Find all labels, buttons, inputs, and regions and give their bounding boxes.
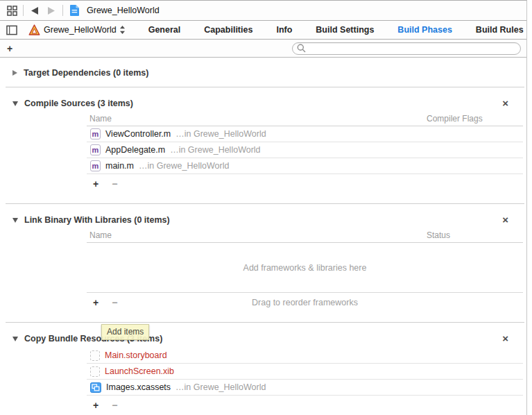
xcassets-icon <box>90 382 101 393</box>
search-icon <box>297 44 306 53</box>
section-link-binary[interactable]: Link Binary With Libraries (0 items) × <box>0 214 526 225</box>
link-binary-table: Name Status Add frameworks & libraries h… <box>87 229 523 313</box>
tab-general[interactable]: General <box>148 25 181 35</box>
jump-bar: Grewe_HelloWorld <box>0 1 526 21</box>
section-divider <box>6 203 524 204</box>
remove-phase-icon[interactable]: × <box>502 214 508 225</box>
table-row[interactable]: m ViewController.m …in Grewe_HelloWorld <box>87 126 523 142</box>
tab-capabilities[interactable]: Capabilities <box>204 25 252 35</box>
editor-tabs: General Capabilities Info Build Settings… <box>148 25 524 35</box>
editor-tab-bar: Grewe_HelloWorld General Capabilities In… <box>0 21 526 40</box>
remove-item-button[interactable]: − <box>112 400 117 410</box>
section-title: Compile Sources (3 items) <box>24 99 133 108</box>
back-button[interactable] <box>29 5 40 16</box>
file-name: LaunchScreen.xib <box>105 366 174 376</box>
jump-bar-title[interactable]: Grewe_HelloWorld <box>87 6 160 15</box>
forward-button[interactable] <box>46 5 57 16</box>
disclosure-expanded-icon[interactable] <box>12 218 18 223</box>
target-popup[interactable]: Grewe_HelloWorld <box>28 24 125 35</box>
table-header: Name Status <box>87 229 523 243</box>
add-items-tooltip: Add items <box>101 324 149 340</box>
section-divider <box>6 322 524 323</box>
table-controls: + − Drag to reorder frameworks <box>87 293 523 313</box>
empty-placeholder-text: Add frameworks & libraries here <box>243 263 367 273</box>
section-divider <box>6 87 524 87</box>
table-row[interactable]: m AppDelegate.m …in Grewe_HelloWorld <box>87 142 523 158</box>
table-header: Name Compiler Flags <box>87 112 523 126</box>
section-title: Link Binary With Libraries (0 items) <box>24 215 170 225</box>
file-name: Main.storyboard <box>105 350 167 360</box>
objc-file-icon: m <box>90 144 101 155</box>
add-item-button[interactable]: + <box>93 400 98 410</box>
search-field[interactable] <box>292 42 521 55</box>
remove-item-button[interactable]: − <box>112 298 117 307</box>
add-build-phase-button[interactable]: + <box>7 44 12 53</box>
targets-sidebar-toggle-icon[interactable] <box>6 24 17 35</box>
table-row[interactable]: Main.storyboard <box>87 348 523 364</box>
tab-build-rules[interactable]: Build Rules <box>476 25 524 35</box>
table-controls: + − <box>87 174 523 194</box>
column-status: Status <box>427 230 450 240</box>
missing-file-icon <box>90 350 100 361</box>
table-row[interactable]: Images.xcassets …in Grewe_HelloWorld <box>87 380 523 396</box>
table-controls: + − <box>87 396 523 415</box>
file-name: Images.xcassets <box>106 382 171 392</box>
objc-file-icon: m <box>90 128 101 139</box>
frameworks-drop-area[interactable]: Add frameworks & libraries here <box>87 243 523 293</box>
objc-file-icon: m <box>90 160 101 171</box>
tab-info[interactable]: Info <box>276 25 292 35</box>
section-target-dependencies[interactable]: Target Dependencies (0 items) <box>0 68 526 78</box>
remove-phase-icon[interactable]: × <box>502 98 508 108</box>
file-name: AppDelegate.m <box>105 145 165 155</box>
reorder-hint-text: Drag to reorder frameworks <box>87 298 523 307</box>
file-name: ViewController.m <box>105 129 171 139</box>
remove-item-button[interactable]: − <box>112 179 117 189</box>
column-name: Name <box>89 230 112 240</box>
xcode-build-phases-editor: Grewe_HelloWorld Grewe_HelloWorld Genera… <box>0 0 527 415</box>
column-compiler-flags: Compiler Flags <box>427 114 483 124</box>
svg-text:m: m <box>92 146 99 154</box>
file-location: …in Grewe_HelloWorld <box>139 161 229 171</box>
section-title: Target Dependencies (0 items) <box>24 68 148 78</box>
divider <box>62 5 63 16</box>
disclosure-expanded-icon[interactable] <box>12 101 18 106</box>
copy-bundle-table: Main.storyboard LaunchScreen.xib Images.… <box>87 348 523 415</box>
table-row[interactable]: LaunchScreen.xib <box>87 364 523 380</box>
section-copy-bundle-resources[interactable]: Copy Bundle Resources (3 items) × Add it… <box>0 333 526 344</box>
file-location: …in Grewe_HelloWorld <box>170 145 260 155</box>
remove-phase-icon[interactable]: × <box>502 333 508 344</box>
disclosure-collapsed-icon[interactable] <box>12 70 17 76</box>
file-name: main.m <box>105 161 134 171</box>
add-item-button[interactable]: + <box>93 179 98 189</box>
table-row[interactable]: m main.m …in Grewe_HelloWorld <box>87 158 523 174</box>
missing-file-icon <box>90 366 100 377</box>
tab-build-phases[interactable]: Build Phases <box>397 25 452 35</box>
file-location: …in Grewe_HelloWorld <box>175 129 266 139</box>
tab-build-settings[interactable]: Build Settings <box>316 25 374 35</box>
add-item-button[interactable]: + <box>93 298 98 307</box>
filter-bar: + <box>0 40 526 58</box>
svg-text:m: m <box>92 162 99 170</box>
divider <box>23 5 24 16</box>
project-file-icon <box>69 5 80 16</box>
svg-text:m: m <box>92 130 99 138</box>
app-target-icon <box>28 24 40 35</box>
build-phases-content: Target Dependencies (0 items) Compile So… <box>0 68 526 415</box>
target-name: Grewe_HelloWorld <box>44 25 117 35</box>
related-items-icon[interactable] <box>6 5 17 16</box>
column-name: Name <box>89 114 112 124</box>
search-input[interactable] <box>309 44 520 53</box>
popup-chevrons-icon <box>120 26 125 34</box>
compile-sources-table: Name Compiler Flags m ViewController.m …… <box>87 112 523 194</box>
disclosure-expanded-icon[interactable] <box>12 337 18 341</box>
section-compile-sources[interactable]: Compile Sources (3 items) × <box>0 98 526 108</box>
file-location: …in Grewe_HelloWorld <box>175 382 266 392</box>
